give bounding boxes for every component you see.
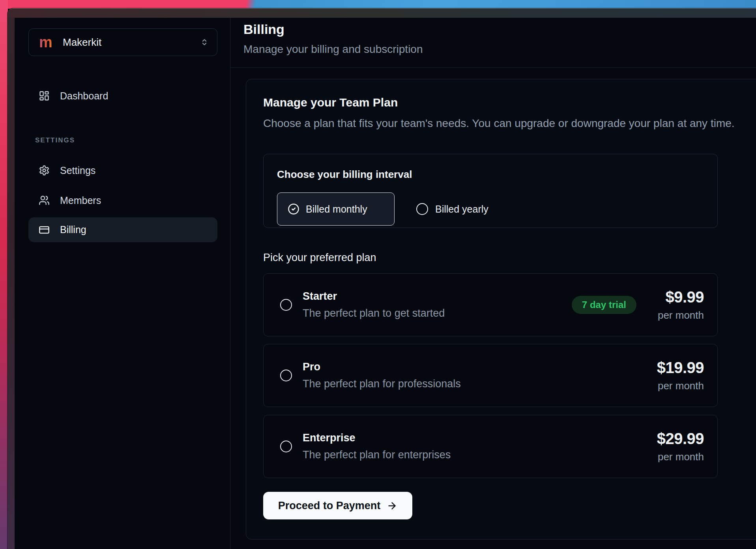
gear-icon [39, 165, 50, 176]
sidebar-section-settings: SETTINGS [35, 136, 75, 144]
sidebar-item-members[interactable]: Members [28, 192, 217, 209]
trial-badge: 7 day trial [572, 296, 636, 314]
billed-monthly-option[interactable]: Billed monthly [277, 192, 395, 226]
arrow-right-icon [387, 500, 397, 511]
chevrons-up-down-icon [200, 38, 208, 46]
radio-icon[interactable] [280, 370, 292, 381]
sidebar-item-label: Settings [60, 165, 95, 176]
app-window: m Makerkit Dashboard SETTINGS Settings M… [7, 8, 756, 549]
window-left-edge [7, 18, 15, 549]
sidebar-item-label: Dashboard [60, 90, 108, 102]
plan-row-enterprise[interactable]: Enterprise The perfect plan for enterpri… [263, 415, 718, 478]
radio-icon[interactable] [280, 299, 292, 311]
workspace-selector[interactable]: m Makerkit [28, 28, 217, 56]
sidebar-item-label: Billing [60, 224, 86, 235]
sidebar-item-label: Members [60, 195, 101, 206]
page-title: Billing [243, 22, 284, 37]
plan-period: per month [658, 380, 704, 392]
workspace-name: Makerkit [63, 36, 200, 49]
plan-description: The perfect plan for professionals [303, 378, 461, 390]
plan-price: $9.99 [665, 288, 704, 306]
plan-price: $29.99 [657, 430, 704, 448]
plan-name: Pro [303, 361, 461, 373]
page-header: Billing Manage your billing and subscrip… [231, 18, 756, 68]
billed-yearly-option[interactable]: Billed yearly [416, 203, 488, 215]
billing-interval-label: Choose your billing interval [277, 168, 412, 181]
plan-description: The perfect plan to get started [303, 307, 445, 319]
team-plan-title: Manage your Team Plan [263, 96, 398, 109]
billed-yearly-label: Billed yearly [435, 204, 488, 215]
circle-check-icon [288, 203, 299, 215]
credit-card-icon [39, 224, 50, 235]
plan-name: Enterprise [303, 432, 451, 444]
plan-period: per month [658, 451, 704, 463]
sidebar-item-settings[interactable]: Settings [28, 162, 217, 179]
page-subtitle: Manage your billing and subscription [243, 43, 423, 56]
makerkit-logo: m [29, 35, 63, 50]
plan-name: Starter [303, 290, 445, 303]
plan-description: The perfect plan for enterprises [303, 449, 451, 461]
sidebar-item-dashboard[interactable]: Dashboard [28, 87, 217, 105]
team-plan-subtitle: Choose a plan that fits your team's need… [263, 117, 735, 130]
desktop-wallpaper-top [0, 0, 756, 9]
radio-icon[interactable] [416, 203, 428, 215]
plan-row-pro[interactable]: Pro The perfect plan for professionals $… [263, 344, 718, 407]
window-titlebar [7, 8, 756, 18]
plan-price: $19.99 [657, 359, 704, 377]
billing-interval-group: Choose your billing interval Billed mont… [263, 154, 718, 228]
plan-period: per month [658, 309, 704, 321]
billed-monthly-label: Billed monthly [306, 204, 367, 215]
dashboard-icon [39, 90, 50, 101]
proceed-to-payment-button[interactable]: Proceed to Payment [263, 492, 412, 519]
proceed-to-payment-label: Proceed to Payment [278, 500, 381, 512]
team-plan-card: Manage your Team Plan Choose a plan that… [246, 79, 756, 540]
radio-icon[interactable] [280, 441, 292, 452]
pick-plan-label: Pick your preferred plan [263, 252, 376, 264]
users-icon [39, 195, 50, 206]
desktop-wallpaper-left [0, 0, 8, 549]
plan-row-starter[interactable]: Starter The perfect plan to get started … [263, 273, 718, 336]
sidebar: m Makerkit Dashboard SETTINGS Settings M… [15, 18, 230, 549]
sidebar-item-billing[interactable]: Billing [28, 217, 217, 242]
